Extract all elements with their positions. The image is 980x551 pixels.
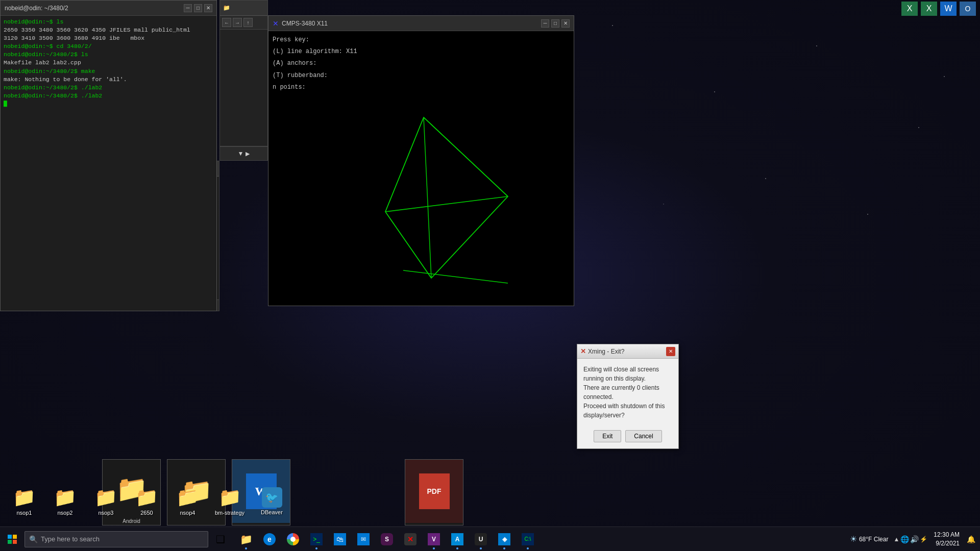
app-indicator-cmd bbox=[527, 547, 529, 549]
xming-title-text: Xming - Exit? bbox=[588, 348, 624, 355]
excel-symbol-2: X bbox=[926, 4, 932, 13]
terminal-cursor: █ bbox=[4, 100, 213, 108]
taskbar-x-app[interactable]: ✕ bbox=[399, 528, 422, 550]
taskbar-cmd[interactable]: C:\ bbox=[517, 528, 539, 550]
xming-message-line3: Proceed with shutdown of this display/se… bbox=[583, 403, 665, 419]
taskbar-edge[interactable]: e bbox=[258, 528, 281, 550]
taskbar-mail[interactable]: ✉ bbox=[352, 528, 375, 550]
taskbar-search-bar[interactable]: 🔍 Type here to search bbox=[24, 531, 208, 547]
notification-button[interactable]: 🔔 bbox=[966, 535, 976, 543]
fe-back-button[interactable]: ← bbox=[222, 18, 231, 27]
task-view-button[interactable]: ❑ bbox=[210, 529, 231, 549]
desktop-icon-nsop3[interactable]: 📁 nsop3 bbox=[89, 487, 122, 516]
excel-icon-1[interactable]: X bbox=[901, 2, 918, 16]
app-indicator-term bbox=[315, 547, 317, 549]
cmps-title-text: CMPS-3480 X11 bbox=[282, 20, 328, 27]
terminal-close-button[interactable]: ✕ bbox=[204, 4, 212, 12]
outlook-symbol: O bbox=[965, 5, 971, 13]
windows-logo-icon bbox=[7, 534, 17, 544]
dbeaver-app-icon: 🐦 bbox=[262, 487, 282, 508]
taskbar-file-explorer[interactable]: 📁 bbox=[235, 528, 257, 550]
battery-icon[interactable]: ⚡ bbox=[920, 536, 927, 543]
word-icon[interactable]: W bbox=[940, 2, 957, 16]
taskbar-search-icon: 🔍 bbox=[29, 535, 38, 543]
dbeaver-icon-symbol: 🐦 bbox=[265, 491, 278, 504]
taskbar-search-text: Type here to search bbox=[41, 535, 100, 543]
svg-line-3 bbox=[385, 212, 431, 278]
desktop-icon-2650[interactable]: 📁 2650 bbox=[130, 487, 163, 516]
start-button[interactable] bbox=[0, 527, 24, 552]
xming-cancel-button[interactable]: Cancel bbox=[625, 430, 662, 442]
store-icon: 🛍 bbox=[334, 533, 346, 545]
desktop-icon-bm-strategy[interactable]: 📁 bm-strategy bbox=[212, 487, 248, 516]
taskbar-system-tray: ☀ 68°F Clear ▲ 🌐 🔊 ⚡ 12:30 AM 9/2/2021 🔔 bbox=[847, 531, 980, 548]
sys-icons-group: ▲ 🌐 🔊 ⚡ bbox=[893, 535, 927, 543]
svg-line-2 bbox=[424, 117, 431, 278]
taskbar-azure[interactable]: A bbox=[446, 528, 469, 550]
terminal-taskbar-icon: >_ bbox=[310, 533, 323, 545]
desktop-label-nsop4: nsop4 bbox=[180, 510, 195, 516]
chevron-down-icon[interactable]: ▼ bbox=[238, 150, 244, 157]
folder-icon-nsop4: 📁 bbox=[176, 487, 199, 508]
clock-time: 12:30 AM bbox=[934, 531, 960, 539]
svg-rect-11 bbox=[8, 540, 12, 544]
xming-close-button[interactable]: ✕ bbox=[666, 347, 675, 356]
x-app-symbol: ✕ bbox=[407, 535, 413, 543]
terminal-title: nobeid@odin: ~/3480/2 bbox=[5, 5, 68, 12]
taskbar-unity[interactable]: U bbox=[470, 528, 492, 550]
desktop-icons-row: 📁 nsop1 📁 nsop2 📁 nsop3 📁 2650 📁 nsop4 📁… bbox=[0, 480, 459, 523]
fe-top-bar: 📁 bbox=[220, 1, 267, 16]
outlook-icon[interactable]: O bbox=[960, 2, 976, 16]
svg-rect-10 bbox=[13, 535, 17, 539]
taskbar-clock[interactable]: 12:30 AM 9/2/2021 bbox=[929, 531, 964, 548]
clock-date: 9/2/2021 bbox=[934, 539, 960, 548]
excel-symbol-1: X bbox=[907, 4, 913, 13]
cmps-maximize-button[interactable]: □ bbox=[551, 19, 559, 28]
folder-icon-2650: 📁 bbox=[135, 487, 158, 508]
terminal-line-2: 2650 3350 3480 3560 3620 4350 JFILES mal… bbox=[4, 26, 213, 34]
fe-top-label: 📁 bbox=[223, 5, 230, 11]
graphics-canvas bbox=[324, 102, 518, 291]
taskbar-vscode[interactable]: ◈ bbox=[493, 528, 516, 550]
desktop-label-bm-strategy: bm-strategy bbox=[215, 510, 244, 516]
xming-x-icon: ✕ bbox=[580, 347, 586, 355]
desktop-icon-nsop4[interactable]: 📁 nsop4 bbox=[171, 487, 204, 516]
terminal-minimize-button[interactable]: ─ bbox=[184, 4, 192, 12]
weather-widget[interactable]: ☀ 68°F Clear bbox=[847, 534, 892, 544]
svg-rect-12 bbox=[13, 540, 17, 544]
fe-forward-button[interactable]: → bbox=[233, 18, 242, 27]
taskbar-store[interactable]: 🛍 bbox=[329, 528, 351, 550]
unity-icon: U bbox=[475, 533, 487, 545]
taskbar-slack[interactable]: S bbox=[376, 528, 398, 550]
taskbar-chrome[interactable] bbox=[282, 528, 304, 550]
svg-line-4 bbox=[385, 117, 424, 212]
slack-symbol: S bbox=[385, 536, 389, 543]
xming-title: ✕ Xming - Exit? bbox=[580, 347, 624, 355]
taskbar-terminal[interactable]: >_ bbox=[305, 528, 328, 550]
volume-icon[interactable]: 🔊 bbox=[910, 535, 919, 543]
cmps-minimize-button[interactable]: ─ bbox=[541, 19, 549, 28]
app-indicator-vscode bbox=[503, 547, 505, 549]
terminal-body[interactable]: nobeid@odin:~$ ls 2650 3350 3480 3560 36… bbox=[1, 16, 216, 311]
store-symbol: 🛍 bbox=[336, 535, 344, 543]
desktop-label-nsop1: nsop1 bbox=[17, 510, 32, 516]
fe-up-button[interactable]: ↑ bbox=[243, 18, 253, 27]
taskbar-visual-studio[interactable]: V bbox=[423, 528, 445, 550]
cmps-prompt-line-1: Press key: bbox=[273, 35, 570, 45]
excel-icon-2[interactable]: X bbox=[921, 2, 937, 16]
desktop-label-nsop2: nsop2 bbox=[58, 510, 73, 516]
chevron-up-icon[interactable]: ▲ bbox=[893, 536, 899, 543]
desktop-icon-nsop2[interactable]: 📁 nsop2 bbox=[48, 487, 82, 516]
svg-line-1 bbox=[385, 196, 508, 212]
folder-icon-nsop2: 📁 bbox=[54, 487, 77, 508]
desktop-icon-dbeaver[interactable]: 🐦 DBeaver bbox=[255, 487, 288, 515]
xming-exit-button[interactable]: Exit bbox=[594, 430, 621, 442]
terminal-maximize-button[interactable]: □ bbox=[194, 4, 202, 12]
folder-icon-nsop3: 📁 bbox=[94, 487, 117, 508]
cmps-close-button[interactable]: ✕ bbox=[561, 19, 570, 28]
cmps-body[interactable]: Press key: (L) line algorithm: X11 (A) a… bbox=[268, 31, 574, 306]
terminal-symbol: >_ bbox=[313, 536, 320, 543]
x-app-icon: ✕ bbox=[404, 533, 416, 545]
desktop-icon-nsop1[interactable]: 📁 nsop1 bbox=[8, 487, 41, 516]
network-status-icon[interactable]: 🌐 bbox=[900, 535, 909, 543]
